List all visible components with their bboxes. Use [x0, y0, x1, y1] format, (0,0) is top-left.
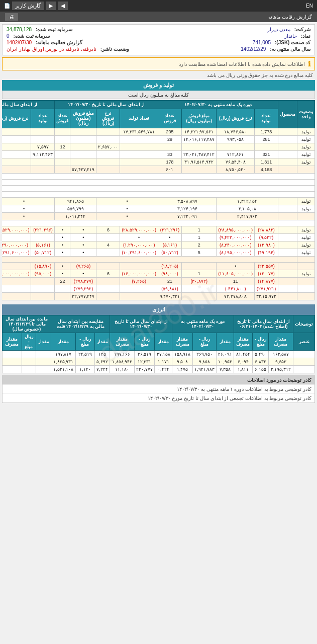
td-sum-g-1: (۷,۲۶۵) [70, 263, 96, 270]
td-e-d3-1: ۱۹۷,۸۱۷ [51, 351, 76, 358]
td-sum-prod-1 [278, 263, 297, 270]
td-sum-b-4: (۴۴۱,۸۰۰-) [217, 285, 255, 293]
td-neg-j-4: (۱۰,۲۹۱,۶۰۰,۰۰۰) [2, 249, 31, 257]
td-product-4 [278, 151, 297, 158]
info-col-jsk: کد صنعت (JSK): 741,005 [253, 40, 310, 45]
td-neg-j-1: (۲۸,۵۲۹,۰۰۰,۰۰۰) [2, 226, 31, 234]
td-e-b3-2: ۹,۵۰۸ [172, 358, 193, 366]
td-neg-status-1: تولید [297, 226, 315, 234]
table-header-row-1: وضعیت واحد محصول دوره یک ماهه منتهی به ۱… [2, 101, 315, 109]
td-mid-v1-total: ۲,۴۱۷,۹۶۲ [217, 213, 278, 220]
td-neg-d-2: • [158, 234, 181, 242]
th-e-a2: ریال - مبلغ [253, 333, 269, 351]
footer-note-row-2: کادر توضیحی مربوط به اطلاعات تجمعی از اب… [3, 393, 314, 403]
td-sum-f-5 [96, 293, 120, 300]
label-jsk: کد صنعت (JSK): [275, 40, 310, 45]
td-neg-a-3: (۱۲,۹۸۰) [254, 242, 278, 249]
td-y-sales-4 [70, 151, 96, 158]
info-col-capital-current: سرمایه ثبت شده: 0 [7, 33, 50, 39]
td-p-sales-2: ۱۴,۰۱۶,۱۱۷,۴۸۷ [181, 136, 217, 143]
lang-label: EN [306, 3, 313, 9]
td-e-d2-2: ۰ [76, 358, 94, 366]
td-neg-h-3: • [55, 242, 70, 249]
td-p-sales-5: ۳۱,۹۶,۵۱۴,۹۴۲ [181, 158, 217, 166]
mid-row-total: ۲,۴۱۷,۹۶۲ ۷,۱۲۲,۰۹۱ • ۱,۰۱۱,۲۴۴ • ۶,۱۲۱,… [2, 213, 315, 220]
th-e-d2: ریال - مبلغ [76, 333, 94, 351]
td-neg-b-4: (۸,۱۹۵,۰۰۰,۰۰۰) [217, 249, 255, 257]
th-e-e1: مقدار [36, 333, 51, 351]
td-sum-b-2: (۱۱,۶۰۵,۰۰۰,۰۰۰) [217, 270, 255, 278]
th-e-ytd: از ابتدای سال مالی تا تاریخ ۱۴۰۲/۰۷/۳۰ [110, 315, 172, 333]
info-col-report-date: گزارش فعالیت ماهانه: 1402/07/30 [7, 40, 82, 45]
td-sum-j-2: (۱۶,۰۰۰,۰۰۰,۰۰۰) [2, 270, 31, 278]
td-neg-status-2: تولید [297, 234, 315, 242]
th-e-compare: مقایسه بین ابتدای سال مالی به ۱۴۰۲/۱۲/۲۹… [51, 315, 110, 333]
td-sum-e-1 [120, 263, 158, 270]
td-sum-g-2: • [70, 270, 96, 278]
td-e-b1-2: ۱۰,۹۵۳ [217, 358, 234, 366]
value-name: معدن دیزار [267, 27, 290, 32]
td-neg-d-4: (۵۰,۷۱۲) [158, 249, 181, 257]
td-mid-v4-2: ۵۵۹,۷۹۹ [55, 205, 96, 213]
info-col-status: وضعیت ناشر: نایرفته، نایرفته در بورس اور… [7, 46, 129, 52]
td-neg-g-2: • [70, 234, 96, 242]
th-y-price: نرخ فروش (ریال) [96, 109, 120, 128]
td-sum-e-3: (۷,۲۶۵) [120, 278, 158, 285]
td-y-count-1 [55, 128, 70, 136]
td-e-d2-1: ۲۴,۵۱۹ [76, 351, 94, 358]
td-mid-v3-1: • [96, 198, 158, 205]
td-y-count-2 [55, 136, 70, 143]
td-mid-v1-1: ۱,۳۱۲,۱۵۴ [217, 198, 278, 205]
th-p-sales: مبلغ فروش (میلیون ریال) [181, 109, 217, 128]
td-e-b2-1: ۲۶۹,۷۵۰ [193, 351, 217, 358]
td-mid-status-1: تولید [297, 198, 315, 205]
td-sum-g-3: (۲۷۸,۳۷۷) [70, 278, 96, 285]
th-y-sales: مبلغ فروش (میلیون ریال) [70, 109, 96, 128]
td-e-d1-1: ۱۴۵ [94, 351, 110, 358]
td-p-qty-1: 1,773 [254, 128, 278, 136]
td-y-price-2 [96, 136, 120, 143]
td-neg-d-1: (۲۲۱,۲۹۶) [158, 226, 181, 234]
td-e-b1-3: ۷,۳۵۸ [217, 366, 234, 373]
nav-prev-btn[interactable]: ◀ [58, 2, 68, 10]
td-p-sales-total [181, 166, 217, 174]
td-e-d3-3: ۱,۵۲۱,۱۰۸ [51, 366, 76, 373]
footer-note-row-1: کادر توضیحی مربوط به اطلاعات دوره ۱ ماهه… [3, 384, 314, 393]
production-table-container: وضعیت واحد محصول دوره یک ماهه منتهی به ۱… [2, 100, 315, 300]
td-sum-d-5: ۹,۴۷۰,۳۳۱ [158, 293, 181, 300]
label-fiscal: سال مالی منتهی به: [270, 46, 310, 52]
th-e-d1: مقدار [94, 333, 110, 351]
td-p-count-total: ۶۰۱ [158, 166, 181, 174]
td-empty-2 [2, 180, 315, 186]
value-status: نایرفته، نایرفته در بورس اوراق بهادار ای… [7, 46, 96, 52]
td-neg-c-2: 1 [181, 234, 217, 242]
td-neg-f-2 [96, 234, 120, 242]
td-neg-j-2 [2, 234, 31, 242]
th-e-b1: مقدار [217, 333, 234, 351]
prod-row-2: تولید 281 ۹۹۳,۰۵۸ ۱۴,۰۱۶,۱۱۷,۴۸۷ 29 ۱۲,۴… [2, 136, 315, 143]
td-p-count-2: 29 [158, 136, 181, 143]
value-capital-current: 0 [7, 33, 10, 39]
td-sum-i-5 [31, 293, 55, 300]
td-sum-f-1 [96, 263, 120, 270]
td-pv-qty-total [31, 166, 55, 174]
td-p-price-1: ۱۸,۷۴۶,۵۸۰ [217, 128, 255, 136]
nav-next-btn[interactable]: ▶ [46, 2, 56, 10]
neg-row-2: تولید (۹,۵۲۲) (۹,۴۲۲,۰۰۰,۰۰۰) 1 • • • • [2, 234, 315, 242]
user-btn[interactable]: گارش کاربر [12, 2, 44, 10]
th-e-e3: مقدار مصرف [3, 333, 22, 351]
neg-row-total [2, 257, 315, 263]
td-sum-i-1: (۱۵,۸۹۰) [31, 263, 55, 270]
th-period: دوره یک ماهه منتهی به ۱۴۰۲/۰۷/۳۰ [158, 101, 278, 109]
td-y-qty-2 [120, 136, 158, 143]
energy-row-1: ۱۶۲,۵۸۷ ۵,۴۹۰ ۸۱,۴۵۴ ۲۶,۰۹۱ ۲۶۹,۷۵۰ ۱۵۸,… [3, 351, 315, 358]
td-e-e2-1 [22, 351, 36, 358]
td-neg-d-3: (۵,۱۶۱) [158, 242, 181, 249]
td-mid-v4-1: ۹۴۱,۸۶۵ [55, 198, 96, 205]
prod-row-empty-5 [2, 220, 315, 226]
td-mid-v5-total: • [2, 213, 55, 220]
print-btn[interactable]: 🖨 [5, 13, 18, 21]
td-neg-f-3: 4 [96, 242, 120, 249]
td-p-count-5: 178 [158, 158, 181, 166]
info-row-4: سال مالی منتهی به: 1402/12/29 وضعیت ناشر… [7, 46, 310, 52]
